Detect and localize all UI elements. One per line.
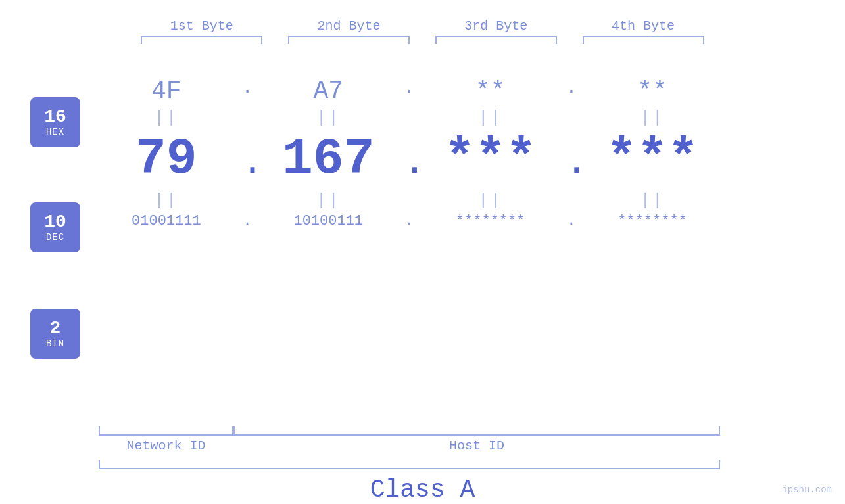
byte1-label: 1st Byte [136,18,268,34]
bracket-byte1 [141,36,262,44]
eq1-b3: || [429,108,551,127]
dot-dec-3: . [565,140,578,185]
top-brackets [0,36,845,44]
bin-byte4: ******** [592,213,713,229]
eq2-b1: || [105,191,227,210]
full-bracket-container [0,460,845,469]
equals-row-1: || || || || [99,108,720,127]
bracket-host-id [233,426,720,436]
bin-row: 01001111 . 10100111 . ******** . *******… [99,213,720,229]
bracket-byte4 [583,36,704,44]
network-id-label: Network ID [99,438,233,453]
dot-dec-1: . [241,140,254,185]
dot-hex-3: . [565,78,578,98]
dec-row: 79 . 167 . *** . *** [99,130,720,188]
dot-hex-1: . [241,78,254,98]
bracket-network-id [99,426,233,436]
content-area: 4F . A7 . ** . ** || || || || 79 . 167 .… [0,44,845,423]
byte4-label: 4th Byte [577,18,709,34]
equals-row-2: || || || || [99,191,720,210]
hex-byte1: 4F [105,77,227,105]
eq1-b2: || [268,108,389,127]
eq2-b2: || [268,191,389,210]
dot-hex-2: . [402,78,416,98]
dot-dec-2: . [402,140,416,185]
hex-byte4: ** [592,77,713,105]
dec-byte3: *** [429,130,551,188]
hex-row: 4F . A7 . ** . ** [99,77,720,105]
byte-headers: 1st Byte 2nd Byte 3rd Byte 4th Byte [0,18,845,34]
hex-byte2: A7 [268,77,389,105]
dec-byte2: 167 [268,130,389,188]
bracket-byte2 [288,36,410,44]
bin-byte2: 10100111 [268,213,389,229]
id-labels: Network ID Host ID [0,438,845,453]
dec-byte1: 79 [105,130,227,188]
eq2-b4: || [592,191,713,210]
dot-bin-2: . [402,213,416,229]
dot-bin-3: . [565,213,578,229]
eq2-b3: || [429,191,551,210]
full-bracket [99,460,720,469]
main-container: 1st Byte 2nd Byte 3rd Byte 4th Byte 16 H… [0,0,845,504]
bracket-byte3 [435,36,557,44]
bottom-brackets [0,426,845,436]
dot-bin-1: . [241,213,254,229]
bin-byte1: 01001111 [105,213,227,229]
byte3-label: 3rd Byte [430,18,562,34]
eq1-b1: || [105,108,227,127]
class-label: Class A [0,476,845,504]
hex-byte3: ** [429,77,551,105]
dec-byte4: *** [592,130,713,188]
bin-byte3: ******** [429,213,551,229]
host-id-label: Host ID [233,438,720,453]
watermark: ipshu.com [782,484,832,495]
byte2-label: 2nd Byte [283,18,415,34]
eq1-b4: || [592,108,713,127]
